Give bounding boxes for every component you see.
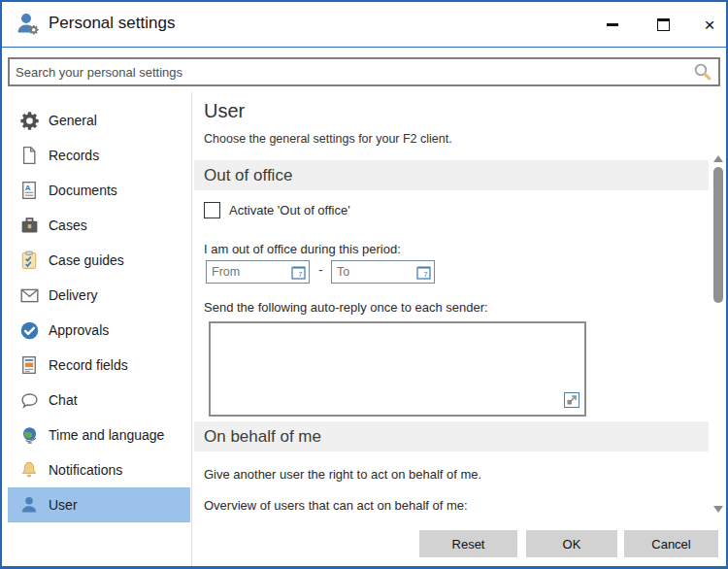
- calendar-icon[interactable]: 7: [291, 265, 306, 280]
- section-header-out-of-office: Out of office: [194, 160, 709, 190]
- sidebar-item-label: Cases: [49, 218, 87, 233]
- maximize-button[interactable]: [652, 14, 674, 35]
- envelope-icon: [18, 284, 40, 306]
- sidebar-item-notifications[interactable]: Notifications: [8, 452, 190, 487]
- search-input[interactable]: [10, 65, 693, 80]
- close-icon: ×: [704, 16, 714, 34]
- sidebar-item-label: General: [49, 113, 97, 128]
- activate-out-of-office-row: Activate 'Out of office': [204, 202, 350, 218]
- bell-icon: [18, 459, 40, 481]
- scroll-down-arrow-icon[interactable]: [713, 506, 723, 513]
- sidebar-item-record-fields[interactable]: Record fields: [8, 348, 190, 383]
- globe-icon: [18, 424, 40, 446]
- on-behalf-overview-label: Overview of users that can act on behalf…: [204, 498, 468, 513]
- activate-out-of-office-checkbox[interactable]: [204, 202, 220, 218]
- autoreply-label: Send the following auto-reply once to ea…: [204, 300, 488, 315]
- svg-text:7: 7: [423, 270, 427, 279]
- sidebar-item-delivery[interactable]: Delivery: [8, 278, 190, 313]
- title-bar[interactable]: Personal settings ×: [2, 2, 726, 47]
- from-date-input[interactable]: [207, 265, 291, 279]
- sidebar-item-label: Case guides: [49, 252, 124, 268]
- activate-out-of-office-label: Activate 'Out of office': [229, 203, 350, 218]
- date-range-separator: -: [314, 262, 327, 277]
- sidebar-divider: [191, 92, 192, 566]
- close-button[interactable]: ×: [699, 14, 720, 35]
- clipboard-check-icon: [18, 250, 40, 271]
- sidebar-item-label: Record fields: [49, 357, 128, 373]
- sidebar-item-label: Delivery: [49, 287, 98, 303]
- sidebar-item-case-guides[interactable]: Case guides: [8, 243, 190, 278]
- document-icon: A: [18, 180, 40, 201]
- sidebar-item-label: Time and language: [49, 427, 164, 443]
- scroll-up-arrow-icon[interactable]: [713, 155, 723, 162]
- sidebar-item-cases[interactable]: Cases: [8, 208, 190, 243]
- sidebar-item-label: Chat: [49, 392, 78, 408]
- user-settings-icon: [15, 11, 42, 38]
- on-behalf-description: Give another user the right to act on be…: [204, 467, 481, 482]
- record-icon: [18, 145, 40, 166]
- cancel-button[interactable]: Cancel: [624, 530, 718, 557]
- autoreply-textarea[interactable]: [211, 323, 584, 415]
- svg-text:A: A: [25, 184, 31, 192]
- scrollbar-thumb[interactable]: [713, 167, 723, 303]
- sidebar-item-label: Notifications: [49, 462, 122, 478]
- autoreply-box: [209, 321, 586, 417]
- user-icon: [18, 494, 40, 516]
- to-date-input[interactable]: [332, 265, 416, 279]
- sidebar-item-approvals[interactable]: Approvals: [8, 313, 190, 348]
- page-subtitle: Choose the general settings for your F2 …: [204, 132, 452, 146]
- sidebar-item-label: Documents: [49, 183, 117, 198]
- from-date-field: 7: [206, 260, 310, 284]
- sidebar-item-label: User: [49, 497, 78, 513]
- sidebar-item-records[interactable]: Records: [8, 138, 190, 173]
- search-box: [8, 57, 720, 86]
- sidebar-item-time-language[interactable]: Time and language: [8, 418, 190, 452]
- svg-text:7: 7: [298, 270, 302, 279]
- sidebar-item-documents[interactable]: A Documents: [8, 173, 190, 208]
- reset-button[interactable]: Reset: [419, 530, 517, 557]
- sidebar-item-chat[interactable]: Chat: [8, 383, 190, 418]
- calendar-icon[interactable]: 7: [416, 265, 431, 280]
- briefcase-icon: [18, 215, 40, 236]
- page-title: User: [204, 100, 245, 122]
- sidebar-item-general[interactable]: General: [8, 103, 190, 138]
- to-date-field: 7: [331, 260, 435, 284]
- sidebar-item-user[interactable]: User: [8, 487, 190, 522]
- approval-check-icon: [18, 319, 40, 341]
- titlebar-separator: [2, 47, 726, 48]
- ok-button[interactable]: OK: [526, 530, 617, 557]
- expand-editor-icon[interactable]: [564, 392, 579, 408]
- sidebar-item-label: Records: [49, 148, 99, 163]
- sidebar-item-label: Approvals: [49, 322, 109, 338]
- window-title: Personal settings: [49, 14, 175, 33]
- minimize-icon: [607, 23, 618, 26]
- content-scrollbar[interactable]: [711, 148, 726, 528]
- gear-icon: [18, 110, 40, 131]
- period-label: I am out of office during this period:: [204, 242, 401, 256]
- maximize-icon: [657, 18, 670, 31]
- chat-bubble-icon: [18, 389, 40, 411]
- personal-settings-window: Personal settings ×: [0, 0, 728, 569]
- section-header-on-behalf-of-me: On behalf of me: [194, 421, 709, 452]
- record-fields-icon: [18, 354, 40, 376]
- search-icon: [693, 62, 712, 82]
- minimize-button[interactable]: [602, 14, 623, 35]
